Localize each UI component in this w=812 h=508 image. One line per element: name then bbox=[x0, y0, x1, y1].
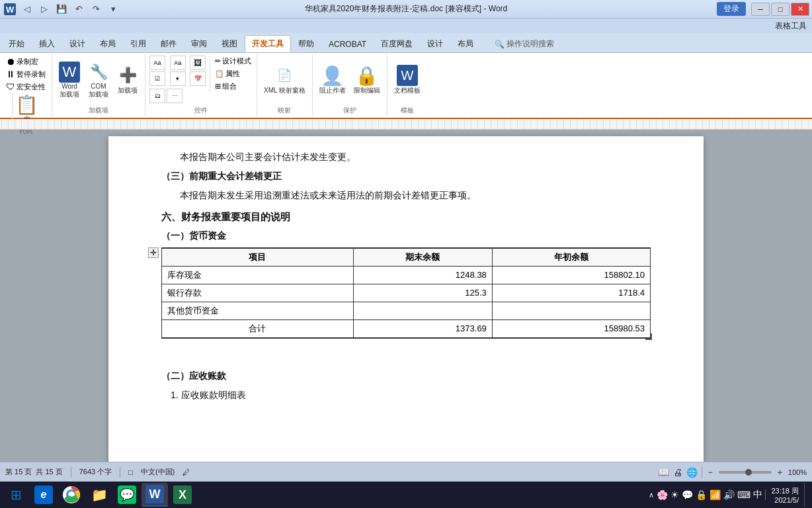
row-bank-year: 1718.4 bbox=[492, 284, 650, 302]
word-addin-btn[interactable]: W Word加载项 bbox=[56, 60, 83, 101]
read-view-btn[interactable]: 📖 bbox=[658, 467, 669, 478]
block-authors-btn[interactable]: 👤 阻止作者 bbox=[317, 64, 348, 97]
clock[interactable]: 23:18 周 2021/5/ bbox=[768, 486, 801, 504]
tab-mail[interactable]: 邮件 bbox=[153, 35, 184, 52]
com-addin-btn[interactable]: 🔧 COM加载项 bbox=[85, 60, 112, 101]
tab-layout[interactable]: 布局 bbox=[93, 35, 123, 52]
ribbon-content: ⏺ 录制宏 ⏸ 暂停录制 🛡 宏安全性 📋 宏 代码 W Word加载项 bbox=[0, 53, 812, 119]
restrict-edit-icon: 🔒 bbox=[356, 65, 378, 86]
row-cash-period: 1248.38 bbox=[353, 266, 492, 284]
tab-design[interactable]: 设计 bbox=[62, 35, 93, 52]
tab-search[interactable]: 🔍 操作说明搜索 bbox=[487, 35, 561, 52]
taskbar-excel[interactable]: X bbox=[169, 483, 196, 507]
start-button[interactable]: ⊞ bbox=[3, 483, 29, 507]
ctrl-combo-btn[interactable]: ▾ bbox=[170, 71, 186, 86]
record-macro-btn[interactable]: ⏺ 录制宏 bbox=[4, 56, 40, 67]
row-total-period: 1373.69 bbox=[353, 319, 492, 338]
heading-financial-notes: 六、财务报表重要项目的说明 bbox=[161, 211, 651, 224]
status-divider-3 bbox=[702, 467, 702, 478]
taskbar-systray: ∧ 🌸 ☀ 💬 🔒 📶 🔊 ⌨ 中 23:18 周 2021/5/ bbox=[649, 483, 809, 507]
undo-btn[interactable]: ↶ bbox=[71, 3, 86, 16]
doc-template-label: 文档模板 bbox=[394, 86, 421, 95]
taskbar-ie[interactable]: e bbox=[30, 483, 57, 507]
restrict-edit-btn[interactable]: 🔒 限制编辑 bbox=[351, 64, 383, 97]
para-receivables-detail: 1. 应收账款明细表 bbox=[171, 388, 651, 402]
xml-mapping-btn[interactable]: 📄 XML 映射窗格 bbox=[261, 64, 308, 97]
properties-btn[interactable]: 📋 属性 bbox=[213, 68, 253, 79]
xml-icon: 📄 bbox=[274, 65, 295, 86]
show-desktop-btn[interactable] bbox=[804, 483, 809, 507]
systray-up-arrow[interactable]: ∧ bbox=[649, 491, 654, 499]
tab-view[interactable]: 视图 bbox=[214, 35, 245, 52]
group-btn[interactable]: ⊞ 组合 bbox=[213, 81, 253, 92]
tab-acrobat[interactable]: ACROBAT bbox=[321, 35, 374, 52]
close-button[interactable]: ✕ bbox=[791, 3, 809, 16]
ctrl-date-btn[interactable]: 📅 bbox=[190, 71, 206, 86]
ribbon-group-code: ⏺ 录制宏 ⏸ 暂停录制 🛡 宏安全性 📋 宏 代码 bbox=[0, 54, 52, 116]
back-btn[interactable]: ◁ bbox=[20, 3, 34, 16]
design-mode-btn[interactable]: ✏ 设计模式 bbox=[213, 56, 253, 67]
ctrl-legacy-btn[interactable]: 🗂 bbox=[149, 89, 165, 103]
pause-macro-btn[interactable]: ⏸ 暂停录制 bbox=[4, 68, 48, 80]
title-bar: W ◁ ▷ 💾 ↶ ↷ ▾ 华杭家具2020年财务报表附注-定稿.doc [兼容… bbox=[0, 0, 812, 19]
word-count: 7643 个字 bbox=[79, 467, 112, 477]
ruler-marks bbox=[1, 119, 811, 129]
web-view-btn[interactable]: 🌐 bbox=[686, 467, 698, 478]
tab-reference[interactable]: 引用 bbox=[123, 35, 153, 52]
tab-insert[interactable]: 插入 bbox=[32, 35, 62, 52]
addins-content: W Word加载项 🔧 COM加载项 ➕ 加载项 bbox=[56, 56, 141, 105]
tab-start[interactable]: 开始 bbox=[1, 35, 32, 52]
tab-devtools[interactable]: 开发工具 bbox=[245, 35, 291, 52]
zoom-out-btn[interactable]: － bbox=[706, 466, 715, 478]
addins-icon: ➕ bbox=[117, 65, 138, 86]
templates-group-label: 模板 bbox=[401, 105, 414, 115]
ctrl-more-btn[interactable]: ⋯ bbox=[167, 89, 183, 103]
search-label: 操作说明搜索 bbox=[507, 38, 554, 50]
tab-design2[interactable]: 设计 bbox=[420, 35, 450, 52]
addins-btn[interactable]: ➕ 加载项 bbox=[114, 64, 141, 97]
tab-baiduyun[interactable]: 百度网盘 bbox=[374, 35, 420, 52]
table-row: 库存现金 1248.38 158802.10 bbox=[162, 266, 651, 284]
ctrl-ab-btn[interactable]: Aa bbox=[149, 56, 165, 70]
minimize-button[interactable]: ─ bbox=[751, 3, 770, 16]
tab-review[interactable]: 审阅 bbox=[184, 35, 214, 52]
window-title: 华杭家具2020年财务报表附注-定稿.doc [兼容模式] - Word bbox=[305, 3, 508, 15]
row-other-label: 其他货币资金 bbox=[162, 302, 354, 319]
table-move-handle[interactable]: ✛ bbox=[148, 247, 159, 258]
tab-tools-bar: 表格工具 bbox=[0, 19, 812, 33]
total-pages: 共 15 页 bbox=[36, 467, 62, 477]
macro-safety-btn[interactable]: 🛡 宏安全性 bbox=[4, 81, 48, 93]
doc-template-btn[interactable]: W 文档模板 bbox=[391, 64, 423, 97]
row-cash-label: 库存现金 bbox=[162, 266, 354, 284]
login-button[interactable]: 登录 bbox=[717, 2, 746, 16]
table-resize-handle[interactable] bbox=[645, 333, 652, 340]
forward-btn[interactable]: ▷ bbox=[37, 3, 52, 16]
com-addin-label: COM加载项 bbox=[89, 83, 108, 99]
app-icon[interactable]: W bbox=[3, 3, 17, 16]
taskbar-chrome[interactable] bbox=[58, 483, 85, 507]
col-header-year-start: 年初余额 bbox=[492, 248, 650, 267]
redo-btn[interactable]: ↷ bbox=[89, 3, 103, 16]
taskbar-word[interactable]: W bbox=[142, 483, 168, 507]
ribbon-group-templates: W 文档模板 模板 bbox=[387, 54, 427, 116]
save-btn[interactable]: 💾 bbox=[54, 3, 69, 16]
ctrl-check-btn[interactable]: ☑ bbox=[149, 71, 165, 86]
ctrl-ab2-btn[interactable]: Aa bbox=[170, 56, 186, 70]
tab-layout2[interactable]: 布局 bbox=[450, 35, 481, 52]
title-left-controls: W ◁ ▷ 💾 ↶ ↷ ▾ bbox=[3, 3, 120, 16]
ctrl-image-btn[interactable]: 🖼 bbox=[190, 56, 206, 70]
zoom-in-btn[interactable]: ＋ bbox=[776, 466, 784, 478]
quick-access-more[interactable]: ▾ bbox=[106, 3, 120, 16]
controls-group-label: 控件 bbox=[194, 105, 208, 115]
tab-help[interactable]: 帮助 bbox=[291, 35, 321, 52]
taskbar-wechat[interactable]: 💬 bbox=[114, 483, 140, 507]
document-area[interactable]: 本报告期本公司主要会计估计未发生变更。 （三）前期重大会计差错更正 本报告期未发… bbox=[0, 130, 812, 462]
doc-template-icon: W bbox=[397, 65, 418, 86]
ribbon-group-protection: 👤 阻止作者 🔒 限制编辑 保护 bbox=[313, 54, 387, 116]
ribbon-group-controls: Aa Aa 🖼 ☑ ▾ 📅 🗂 ⋯ ✏ 设计模式 📋 bbox=[145, 54, 257, 116]
taskbar-explorer[interactable]: 📁 bbox=[86, 483, 112, 507]
maximize-button[interactable]: □ bbox=[771, 3, 790, 16]
print-view-btn[interactable]: 🖨 bbox=[673, 467, 682, 478]
zoom-slider[interactable] bbox=[719, 471, 772, 474]
subheading-currency-funds: （一）货币资金 bbox=[161, 230, 651, 242]
